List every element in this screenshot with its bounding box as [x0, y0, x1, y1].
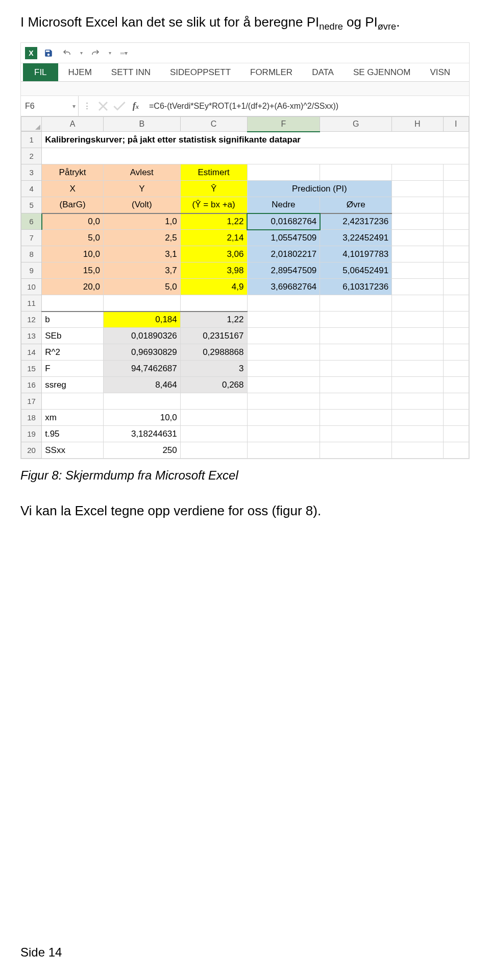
cell-g15[interactable]: [320, 361, 392, 377]
cell-b6[interactable]: 1,0: [103, 213, 180, 230]
cell-h8[interactable]: [392, 246, 444, 262]
rowhead-15[interactable]: 15: [21, 361, 42, 377]
cell-f16[interactable]: [247, 377, 320, 393]
colhead-i[interactable]: I: [443, 117, 469, 132]
rowhead-8[interactable]: 8: [21, 246, 42, 262]
cell-i4[interactable]: [443, 181, 469, 197]
cell-i10[interactable]: [443, 279, 469, 295]
colhead-c[interactable]: C: [180, 117, 247, 132]
cell-a3[interactable]: Påtrykt: [42, 164, 104, 181]
rowhead-20[interactable]: 20: [21, 442, 42, 459]
cell-c8[interactable]: 3,06: [180, 246, 247, 262]
rowhead-16[interactable]: 16: [21, 377, 42, 393]
tab-formler[interactable]: FORMLER: [241, 63, 302, 81]
cell-f20[interactable]: [247, 442, 320, 459]
cell-b5[interactable]: (Volt): [103, 197, 180, 213]
tab-segjennom[interactable]: SE GJENNOM: [344, 63, 420, 81]
cell-f6[interactable]: 0,01682764: [247, 213, 320, 230]
cell-h14[interactable]: [392, 344, 444, 361]
rowhead-10[interactable]: 10: [21, 279, 42, 295]
tab-settinn[interactable]: SETT INN: [102, 63, 160, 81]
cell-g19[interactable]: [320, 426, 392, 442]
cell-h20[interactable]: [392, 442, 444, 459]
rowhead-13[interactable]: 13: [21, 328, 42, 344]
cell-c13[interactable]: 0,2315167: [180, 328, 247, 344]
cell-c9[interactable]: 3,98: [180, 262, 247, 279]
tab-visning[interactable]: VISN: [421, 63, 459, 81]
select-all-button[interactable]: [21, 117, 42, 131]
cell-f17[interactable]: [247, 393, 320, 410]
enter-formula-button[interactable]: [111, 96, 128, 116]
qat-customize-icon[interactable]: ═▾: [117, 46, 131, 60]
cell-a10[interactable]: 20,0: [42, 279, 104, 295]
cell-i5[interactable]: [443, 197, 469, 213]
cell-a14[interactable]: R^2: [42, 344, 104, 361]
cell-b20[interactable]: 250: [103, 442, 180, 459]
cell-g20[interactable]: [320, 442, 392, 459]
cell-b19[interactable]: 3,18244631: [103, 426, 180, 442]
cell-g5[interactable]: Øvre: [320, 197, 392, 213]
cell-g16[interactable]: [320, 377, 392, 393]
cell-a9[interactable]: 15,0: [42, 262, 104, 279]
cell-a18[interactable]: xm: [42, 410, 104, 426]
cell-g12[interactable]: [320, 312, 392, 328]
cell-a7[interactable]: 5,0: [42, 230, 104, 246]
cell-f18[interactable]: [247, 410, 320, 426]
cell-g11[interactable]: [320, 295, 392, 312]
redo-button[interactable]: [88, 46, 103, 60]
cell-i11[interactable]: [443, 295, 469, 312]
cell-f3[interactable]: [247, 164, 320, 181]
cell-b10[interactable]: 5,0: [103, 279, 180, 295]
cell-g14[interactable]: [320, 344, 392, 361]
cell-a4[interactable]: X: [42, 181, 104, 197]
cell-i16[interactable]: [443, 377, 469, 393]
cell-b8[interactable]: 3,1: [103, 246, 180, 262]
cell-i15[interactable]: [443, 361, 469, 377]
cell-f13[interactable]: [247, 328, 320, 344]
cell-i7[interactable]: [443, 230, 469, 246]
cell-h6[interactable]: [392, 213, 444, 230]
cell-a16[interactable]: ssreg: [42, 377, 104, 393]
cell-a20[interactable]: SSxx: [42, 442, 104, 459]
cell-c10[interactable]: 4,9: [180, 279, 247, 295]
cell-g13[interactable]: [320, 328, 392, 344]
rowhead-19[interactable]: 19: [21, 426, 42, 442]
tab-sideoppsett[interactable]: SIDEOPPSETT: [161, 63, 240, 81]
cell-h7[interactable]: [392, 230, 444, 246]
colhead-g[interactable]: G: [320, 117, 392, 132]
rowhead-7[interactable]: 7: [21, 230, 42, 246]
colhead-a[interactable]: A: [42, 117, 104, 132]
cell-f7[interactable]: 1,05547509: [247, 230, 320, 246]
rowhead-14[interactable]: 14: [21, 344, 42, 361]
cell-b16[interactable]: 8,464: [103, 377, 180, 393]
cell-f10[interactable]: 3,69682764: [247, 279, 320, 295]
cell-c7[interactable]: 2,14: [180, 230, 247, 246]
cell-a11[interactable]: [42, 295, 104, 312]
cell-b7[interactable]: 2,5: [103, 230, 180, 246]
cell-b15[interactable]: 94,7462687: [103, 361, 180, 377]
cell-h18[interactable]: [392, 410, 444, 426]
cell-g8[interactable]: 4,10197783: [320, 246, 392, 262]
rowhead-4[interactable]: 4: [21, 181, 42, 197]
cell-h17[interactable]: [392, 393, 444, 410]
cell-a17[interactable]: [42, 393, 104, 410]
rowhead-2[interactable]: 2: [21, 148, 42, 164]
name-box-dropdown-icon[interactable]: ▾: [70, 103, 78, 110]
cell-b11[interactable]: [103, 295, 180, 312]
cell-title[interactable]: Kalibreringskurver; på jakt etter statis…: [42, 132, 469, 148]
name-box[interactable]: F6: [21, 100, 70, 113]
fx-button[interactable]: fx: [128, 96, 144, 116]
rowhead-11[interactable]: 11: [21, 295, 42, 312]
cell-b9[interactable]: 3,7: [103, 262, 180, 279]
cell-c11[interactable]: [180, 295, 247, 312]
cell-c5[interactable]: (Ŷ = bx +a): [180, 197, 247, 213]
cell-g6[interactable]: 2,42317236: [320, 213, 392, 230]
cell-f11[interactable]: [247, 295, 320, 312]
cell-h9[interactable]: [392, 262, 444, 279]
cell-g7[interactable]: 3,22452491: [320, 230, 392, 246]
cell-f14[interactable]: [247, 344, 320, 361]
cell-i14[interactable]: [443, 344, 469, 361]
cell-g9[interactable]: 5,06452491: [320, 262, 392, 279]
cell-i6[interactable]: [443, 213, 469, 230]
cell-b17[interactable]: [103, 393, 180, 410]
